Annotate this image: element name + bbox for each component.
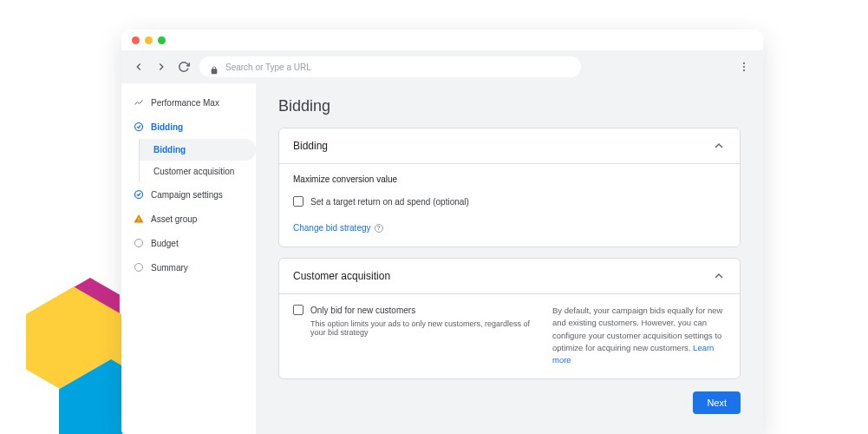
sidebar-subitem-bidding[interactable]: Bidding <box>140 139 256 161</box>
bidding-card-header[interactable]: Bidding <box>279 128 740 164</box>
help-icon[interactable]: ? <box>375 224 383 233</box>
browser-window: Performance Max Bidding Bidding Customer… <box>121 30 763 434</box>
info-text: By default, your campaign bids equally f… <box>552 305 726 366</box>
only-new-customers-checkbox-row[interactable]: Only bid for new customers <box>293 305 532 315</box>
browser-more-menu[interactable] <box>735 58 753 76</box>
customer-acquisition-card: Customer acquisition Only bid for new cu… <box>278 258 741 379</box>
sidebar-item-label: Bidding <box>151 122 183 132</box>
circle-icon <box>134 238 144 248</box>
customer-acquisition-card-header[interactable]: Customer acquisition <box>279 259 740 294</box>
chevron-up-icon <box>712 269 726 283</box>
svg-point-3 <box>743 62 745 64</box>
checkbox-label: Only bid for new customers <box>310 306 415 315</box>
warning-icon <box>134 214 144 224</box>
target-roas-checkbox-row[interactable]: Set a target return on ad spend (optiona… <box>293 196 726 207</box>
browser-toolbar <box>121 50 763 83</box>
sidebar-item-label: Budget <box>151 239 179 248</box>
circle-icon <box>134 262 144 273</box>
sidebar-item-summary[interactable]: Summary <box>121 255 256 279</box>
window-close-button[interactable] <box>132 36 140 44</box>
check-circle-icon <box>134 189 144 200</box>
trend-icon <box>134 97 144 108</box>
window-minimize-button[interactable] <box>145 36 153 44</box>
sidebar-item-campaign-settings[interactable]: Campaign settings <box>121 182 256 207</box>
bid-strategy-label: Maximize conversion value <box>293 174 726 184</box>
checkbox-icon <box>293 196 303 207</box>
card-title: Bidding <box>293 140 328 152</box>
sidebar-item-label: Performance Max <box>151 98 219 108</box>
next-button[interactable]: Next <box>693 391 741 414</box>
sidebar-item-label: Summary <box>151 263 188 273</box>
sidebar-item-performance-max[interactable]: Performance Max <box>121 90 256 115</box>
svg-point-5 <box>743 69 745 71</box>
chevron-up-icon <box>712 139 726 153</box>
checkbox-icon <box>293 305 303 315</box>
hint-text: This option limits your ads to only new … <box>310 319 532 337</box>
url-input[interactable] <box>225 62 571 72</box>
campaign-sidebar: Performance Max Bidding Bidding Customer… <box>121 83 256 434</box>
sidebar-item-asset-group[interactable]: Asset group <box>121 207 256 231</box>
back-button[interactable] <box>132 60 146 74</box>
sidebar-item-label: Campaign settings <box>151 190 223 200</box>
check-circle-icon <box>134 122 144 132</box>
forward-button[interactable] <box>154 60 168 74</box>
checkbox-label: Set a target return on ad spend (optiona… <box>310 197 469 207</box>
sidebar-item-bidding[interactable]: Bidding <box>121 115 256 139</box>
sidebar-item-budget[interactable]: Budget <box>121 231 256 255</box>
card-title: Customer acquisition <box>293 270 390 282</box>
bidding-card: Bidding Maximize conversion value Set a … <box>278 128 741 247</box>
window-title-bar <box>121 30 763 50</box>
page-title: Bidding <box>278 97 741 115</box>
reload-button[interactable] <box>177 60 191 74</box>
window-maximize-button[interactable] <box>158 36 166 44</box>
main-content: Bidding Bidding Maximize conversion valu… <box>256 83 763 434</box>
sidebar-item-label: Asset group <box>151 214 197 224</box>
svg-point-4 <box>743 66 745 68</box>
change-bid-strategy-link[interactable]: Change bid strategy ? <box>293 223 383 233</box>
sidebar-subitem-customer-acquisition[interactable]: Customer acquisition <box>140 161 256 182</box>
lock-icon <box>210 62 219 71</box>
url-bar[interactable] <box>199 56 581 77</box>
